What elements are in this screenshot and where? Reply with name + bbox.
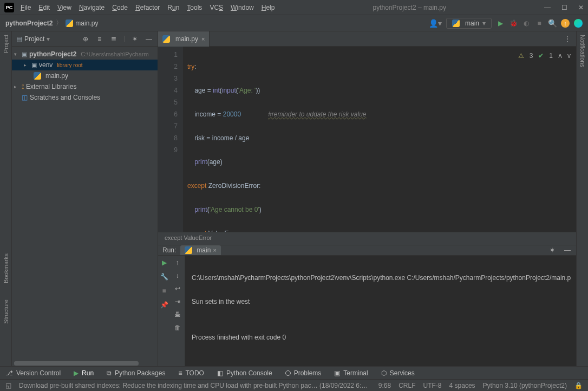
tw-todo[interactable]: ≡TODO (178, 369, 204, 377)
run-settings-icon[interactable]: ✶ (548, 246, 557, 255)
locate-icon[interactable]: ⊕ (81, 35, 90, 43)
collapse-icon[interactable]: ≣ (109, 35, 118, 43)
code-area[interactable]: try: age = int(input('Age: ')) income = … (183, 47, 576, 232)
menu-run[interactable]: Run (167, 4, 179, 11)
tw-version-control[interactable]: ⎇Version Control (5, 369, 61, 377)
status-bar: ◱ Download pre-built shared indexes: Red… (0, 379, 588, 391)
close-run-tab-icon[interactable]: × (213, 247, 216, 253)
editor-tab-label: main.py (175, 35, 198, 43)
run-tab[interactable]: main × (180, 245, 220, 255)
menu-code[interactable]: Code (112, 4, 128, 11)
code-editor[interactable]: 1 2 3 4 5 6 7 8 9 try: age = int(input('… (158, 47, 576, 232)
run-config-name: main (465, 19, 479, 27)
editor-crumb[interactable]: except ValueError (158, 232, 576, 245)
prev-highlight-icon[interactable]: ʌ (558, 50, 562, 62)
tw-run[interactable]: ▶Run (74, 369, 94, 377)
run-console[interactable]: C:\Users\mshah\PycharmProjects\pythonPro… (185, 256, 576, 372)
add-user-icon[interactable]: 👤▾ (429, 19, 442, 28)
status-interpreter[interactable]: Python 3.10 (pythonProject2) (483, 382, 567, 389)
tree-project-root[interactable]: ▾▣ pythonProject2 C:\Users\mshah\Pycharm (12, 49, 158, 60)
clear-icon[interactable]: 🗑 (174, 324, 181, 331)
status-indent[interactable]: 4 spaces (449, 382, 475, 389)
inspection-widget[interactable]: ⚠3 ✔1 ʌ v (518, 50, 571, 62)
search-button[interactable]: 🔍 (548, 19, 557, 28)
status-message[interactable]: Download pre-built shared indexes: Reduc… (19, 382, 371, 389)
menu-help[interactable]: Help (262, 4, 275, 11)
check-icon: ✔ (538, 50, 544, 62)
project-panel-title: Project (24, 35, 44, 43)
close-button[interactable]: ✕ (578, 4, 584, 11)
menu-navigate[interactable]: Navigate (79, 4, 104, 11)
status-encoding[interactable]: UTF-8 (423, 382, 442, 389)
scroll-end-icon[interactable]: ⇥ (175, 298, 180, 305)
tree-scratch-label: Scratches and Consoles (30, 94, 100, 101)
code-with-me-icon[interactable] (574, 19, 583, 28)
status-lock-icon[interactable]: 🔒 (574, 382, 583, 389)
minimize-button[interactable]: — (544, 4, 551, 11)
editor-column: main.py × ⋮ 1 2 3 4 5 6 7 8 9 try: age =… (158, 31, 576, 366)
run-pin-icon[interactable]: 📌 (160, 301, 168, 309)
main-area: Project Bookmarks Structure ▤ Project ▾ … (0, 31, 588, 366)
project-panel: ▤ Project ▾ ⊕ ≡ ≣ | ✶ — ▾▣ pythonProject… (12, 31, 158, 366)
tree-venv-name: venv (39, 61, 53, 69)
stop-button[interactable]: ■ (535, 19, 544, 28)
tw-terminal[interactable]: ▣Terminal (334, 369, 368, 377)
status-toolwin-icon[interactable]: ◱ (5, 382, 11, 389)
down-icon[interactable]: ↓ (176, 272, 179, 279)
run-left-toolbar-2: ↑ ↓ ↩ ⇥ 🖶 🗑 (170, 256, 185, 372)
settings-icon[interactable]: ✶ (130, 35, 139, 43)
debug-button[interactable]: 🐞 (509, 19, 518, 28)
run-stop-icon[interactable]: ■ (162, 287, 166, 295)
menu-tools[interactable]: Tools (187, 4, 202, 11)
tw-python-console[interactable]: ◧Python Console (217, 369, 272, 377)
tree-venv[interactable]: ▸▣ venv library root (12, 60, 158, 70)
coverage-button[interactable]: ◐ (522, 19, 531, 28)
breadcrumb-file[interactable]: main.py (75, 19, 98, 27)
sidetab-project[interactable]: Project (3, 35, 9, 53)
menu-edit[interactable]: Edit (38, 4, 50, 11)
run-wrench-icon[interactable]: 🔧 (160, 273, 168, 281)
menu-file[interactable]: File (21, 4, 31, 11)
softwrap-icon[interactable]: ↩ (175, 285, 180, 292)
breadcrumb-project[interactable]: pythonProject2 (5, 19, 53, 27)
rerun-icon[interactable]: ▶ (162, 259, 167, 266)
tw-problems[interactable]: Problems (285, 369, 322, 377)
python-icon (185, 246, 192, 254)
menu-vcs[interactable]: VCS (210, 4, 223, 11)
python-icon (452, 19, 460, 27)
app-logo: PC (4, 3, 14, 12)
editor-tab-more-icon[interactable]: ⋮ (559, 35, 576, 43)
close-tab-icon[interactable]: × (201, 36, 205, 42)
run-button[interactable]: ▶ (496, 19, 505, 28)
maximize-button[interactable]: ☐ (561, 4, 567, 11)
project-scrollbar[interactable] (12, 361, 158, 366)
menubar: File Edit View Navigate Code Refactor Ru… (21, 4, 275, 11)
python-file-icon (162, 35, 170, 43)
hide-panel-icon[interactable]: — (145, 35, 153, 43)
tw-services[interactable]: ⬡Services (381, 369, 415, 377)
print-icon[interactable]: 🖶 (174, 311, 181, 318)
warning-icon: ⚠ (518, 50, 524, 62)
next-highlight-icon[interactable]: v (567, 50, 571, 62)
sidetab-bookmarks[interactable]: Bookmarks (3, 253, 9, 283)
status-caret-pos[interactable]: 9:68 (378, 382, 391, 389)
tree-mainfile-name: main.py (45, 72, 68, 80)
tree-venv-badge: library root (57, 62, 82, 68)
sidetab-structure[interactable]: Structure (3, 299, 9, 324)
tree-external-libs[interactable]: ▸⟟ External Libraries (12, 81, 158, 92)
tree-mainfile[interactable]: main.py (12, 70, 158, 81)
expand-icon[interactable]: ≡ (95, 35, 104, 43)
menu-view[interactable]: View (57, 4, 71, 11)
update-icon[interactable]: ↑ (561, 19, 570, 28)
tw-python-packages[interactable]: ⧉Python Packages (107, 369, 165, 377)
status-line-sep[interactable]: CRLF (398, 382, 415, 389)
menu-window[interactable]: Window (231, 4, 254, 11)
tree-scratches[interactable]: ◫ Scratches and Consoles (12, 92, 158, 103)
sidetab-notifications[interactable]: Notifications (579, 35, 586, 67)
menu-refactor[interactable]: Refactor (135, 4, 160, 11)
editor-tab-main[interactable]: main.py × (158, 31, 210, 47)
up-icon[interactable]: ↑ (176, 259, 179, 266)
navigation-bar: pythonProject2 〉 main.py 👤▾ main ▾ ▶ 🐞 ◐… (0, 15, 588, 31)
hide-run-icon[interactable]: — (563, 246, 572, 255)
run-config-selector[interactable]: main ▾ (446, 18, 492, 29)
